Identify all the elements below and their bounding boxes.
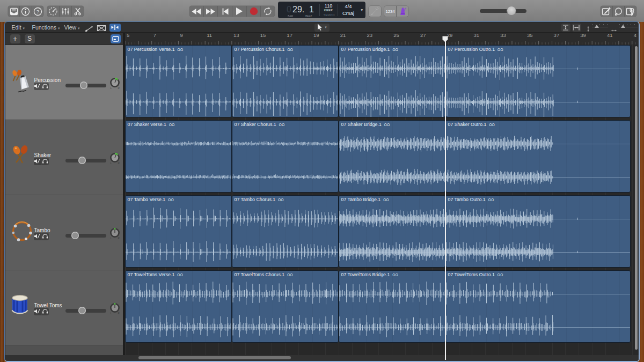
svg-text:L: L [110,161,112,164]
svg-text:R: R [118,161,120,164]
svg-text:L: L [110,86,112,89]
svg-text:R: R [118,237,120,239]
svg-text:R: R [118,312,120,314]
svg-text:R: R [118,86,120,89]
svg-text:L: L [110,237,112,239]
svg-text:?: ? [36,9,39,14]
svg-text:L: L [110,312,112,314]
